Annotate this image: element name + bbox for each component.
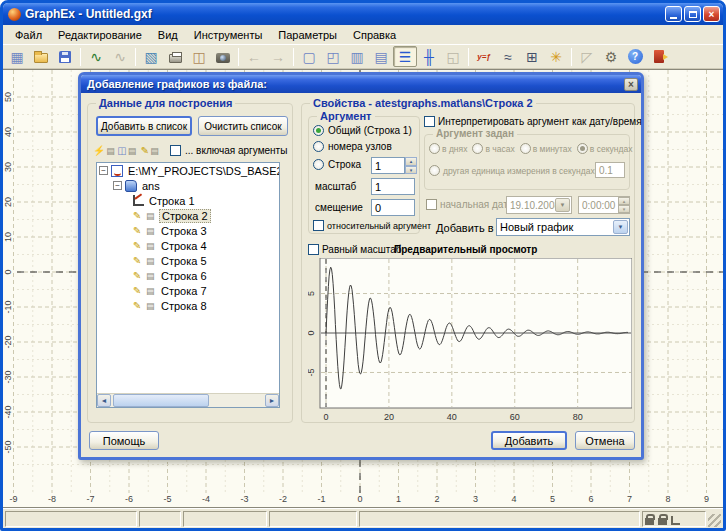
add-function-button[interactable]: y=ƒ [472,46,496,67]
minimize-button[interactable] [665,6,682,22]
tree-row-item[interactable]: ✎▤Строка 5 [97,253,279,268]
list-icon: ▤ [146,271,156,281]
menu-edit[interactable]: Редактирование [50,27,150,43]
tree-root-item[interactable]: −E:\MY_PROJECTS\DS_BASE2\gexplorer\data\ [97,163,279,178]
snapshot-button[interactable] [211,46,235,67]
open-file-button[interactable] [29,46,53,67]
radio-node-numbers[interactable] [313,141,324,152]
add-to-dropdown-icon[interactable]: ▼ [613,220,628,234]
magic-wand-icon: ✳ [550,50,562,64]
scroll-right-button[interactable]: ► [265,394,279,407]
equal-scale-checkbox[interactable] [308,244,319,255]
pencil-icon: ✎ [133,255,143,266]
dialog-close-button[interactable]: × [624,78,638,91]
row-number-spinner[interactable]: ▴▾ [405,157,417,174]
help-button[interactable]: Помощь [89,431,159,450]
menu-help[interactable]: Справка [345,27,404,43]
tree-row-item[interactable]: Строка 1 [97,193,279,208]
exit-button[interactable] [647,46,671,67]
menu-tools[interactable]: Инструменты [186,27,271,43]
add-graph-button[interactable]: ∿ [84,46,108,67]
refresh-list-button[interactable]: ⚡▤ [95,142,114,159]
menu-options[interactable]: Параметры [270,27,345,43]
tree-row-item[interactable]: ✎▤Строка 4 [97,238,279,253]
tree-horizontal-scrollbar[interactable]: ◄ ► [97,393,279,407]
tree-row-item[interactable]: ✎▤Строка 3 [97,223,279,238]
data-table-button[interactable]: ⊞ [520,46,544,67]
row-number-input[interactable]: 1 [371,157,405,174]
plot-workspace[interactable]: -9-8-7-6-5-4-3-2-1012345678950403020100-… [3,69,723,508]
scale-input[interactable]: 1 [371,178,415,195]
add-to-label: Добавить в [436,222,494,234]
magic-wand-button[interactable]: ✳ [544,46,568,67]
add-button[interactable]: Добавить [491,431,567,450]
spin-down-icon[interactable]: ▾ [405,166,417,175]
new-file-button[interactable]: ▦ [5,46,29,67]
svg-text:7: 7 [627,494,632,504]
radio-common-argument[interactable] [313,125,324,136]
custom-unit-input[interactable]: 0.1 [595,162,625,178]
resize-grip[interactable] [708,514,721,527]
edit-columns-button[interactable]: ✎▤ [141,142,160,159]
tree-row-item[interactable]: ✎▤Строка 8 [97,298,279,313]
start-date-checkbox[interactable] [426,199,437,210]
tree-row-item[interactable]: ✎▤Строка 2 [97,208,279,223]
save-file-button[interactable] [53,46,77,67]
datetime-checkbox[interactable] [424,116,435,127]
radio-unit-seconds[interactable] [577,143,588,154]
fit-view-button[interactable]: ▢ [297,46,321,67]
grid-icon: ▤ [106,146,116,156]
scroll-left-button[interactable]: ◄ [97,394,111,407]
tree-row-item[interactable]: ✎▤Строка 7 [97,283,279,298]
help-button[interactable]: ? [623,46,647,67]
radio-row-argument[interactable] [313,159,324,170]
window-layout-button[interactable]: ◰ [321,46,345,67]
data-tree[interactable]: −E:\MY_PROJECTS\DS_BASE2\gexplorer\data\… [96,162,280,408]
grid-icon: ▤ [150,146,160,156]
spin-up-icon[interactable]: ▴ [618,197,630,205]
print-button[interactable] [163,46,187,67]
collapse-icon[interactable]: − [113,181,122,190]
tree-row-item[interactable]: ✎▤Строка 6 [97,268,279,283]
window-titlebar[interactable]: GraphEx - Untitled.gxf × [3,3,723,25]
start-date-combo[interactable]: 19.10.2008 ▼ [506,196,572,214]
add-to-list-button[interactable]: Добавить в список [96,116,192,136]
svg-text:30: 30 [3,162,13,172]
copy-image-button[interactable]: ◫ [187,46,211,67]
spin-down-icon[interactable]: ▾ [618,205,630,213]
scrollbar-track[interactable] [111,394,265,407]
curve-points-button[interactable]: ≈ [496,46,520,67]
save-floppy-icon [59,51,71,63]
clear-list-button[interactable]: Очистить список [198,116,288,136]
maximize-button[interactable] [684,6,701,22]
radio-unit-minutes[interactable] [520,143,531,154]
vertical-axes-button[interactable]: ╫ [417,46,441,67]
menu-view[interactable]: Вид [150,27,186,43]
tile-vertical-button[interactable]: ▥ [345,46,369,67]
radio-custom-unit[interactable] [429,165,440,176]
spin-up-icon[interactable]: ▴ [405,157,417,166]
close-button[interactable]: × [703,6,720,22]
cancel-button[interactable]: Отмена [575,431,635,450]
settings-button[interactable]: ⚙ [599,46,623,67]
radio-unit-days[interactable] [429,143,440,154]
tree-folder-item[interactable]: −ans [97,178,279,193]
relative-argument-checkbox[interactable] [313,220,324,231]
menu-file[interactable]: Файл [7,27,50,43]
split-horizontal-button[interactable]: ☰ [393,46,417,67]
scrollbar-thumb[interactable] [113,394,209,407]
dialog-titlebar[interactable]: Добавление графиков из файла: × [81,75,641,93]
export-image-button[interactable]: ▧ [139,46,163,67]
time-spinner[interactable]: ▴▾ [618,197,630,213]
collapse-icon[interactable]: − [99,166,108,175]
tile-horizontal-button[interactable]: ▤ [369,46,393,67]
date-dropdown-icon[interactable]: ▼ [555,198,570,212]
tile-vertical-icon: ▥ [350,50,363,64]
include-args-checkbox[interactable] [170,145,181,156]
add-graph-icon: ∿ [90,50,102,64]
toolbar-separator [238,48,239,66]
pair-columns-button[interactable]: ◫▤ [118,142,137,159]
add-to-combo[interactable]: Новый график ▼ [496,218,630,236]
offset-input[interactable]: 0 [371,199,415,216]
radio-unit-hours[interactable] [472,143,483,154]
